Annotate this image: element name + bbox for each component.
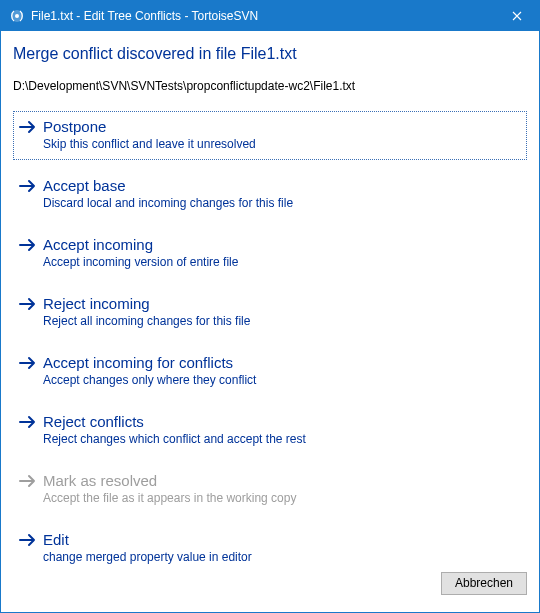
- file-path: D:\Development\SVN\SVNTests\propconflict…: [13, 79, 527, 93]
- option-texts: Accept baseDiscard local and incoming ch…: [43, 177, 521, 211]
- option-title: Postpone: [43, 118, 521, 136]
- option-row[interactable]: Accept baseDiscard local and incoming ch…: [13, 170, 527, 219]
- option-row[interactable]: Reject conflictsReject changes which con…: [13, 406, 527, 455]
- option-row[interactable]: Reject incomingReject all incoming chang…: [13, 288, 527, 337]
- option-desc: Accept incoming version of entire file: [43, 255, 521, 270]
- option-row[interactable]: Editchange merged property value in edit…: [13, 524, 527, 564]
- content-area: Merge conflict discovered in file File1.…: [1, 31, 539, 564]
- arrow-right-icon: [19, 120, 39, 134]
- option-row[interactable]: PostponeSkip this conflict and leave it …: [13, 111, 527, 160]
- arrow-right-icon: [19, 533, 39, 547]
- arrow-right-icon: [19, 415, 39, 429]
- option-row: Mark as resolvedAccept the file as it ap…: [13, 465, 527, 514]
- option-title: Accept incoming: [43, 236, 521, 254]
- option-title: Edit: [43, 531, 521, 549]
- arrow-right-icon: [19, 356, 39, 370]
- cancel-button[interactable]: Abbrechen: [441, 572, 527, 595]
- option-desc: Accept changes only where they conflict: [43, 373, 521, 388]
- option-desc: Accept the file as it appears in the wor…: [43, 491, 521, 506]
- app-icon: [9, 8, 25, 24]
- option-texts: Editchange merged property value in edit…: [43, 531, 521, 564]
- option-title: Accept incoming for conflicts: [43, 354, 521, 372]
- option-title: Mark as resolved: [43, 472, 521, 490]
- option-row[interactable]: Accept incomingAccept incoming version o…: [13, 229, 527, 278]
- option-title: Accept base: [43, 177, 521, 195]
- option-row[interactable]: Accept incoming for conflictsAccept chan…: [13, 347, 527, 396]
- option-desc: Reject all incoming changes for this fil…: [43, 314, 521, 329]
- option-texts: Reject incomingReject all incoming chang…: [43, 295, 521, 329]
- close-button[interactable]: [494, 1, 539, 31]
- options-list: PostponeSkip this conflict and leave it …: [13, 111, 527, 564]
- svg-point-1: [15, 14, 19, 18]
- option-desc: Reject changes which conflict and accept…: [43, 432, 521, 447]
- option-texts: Accept incoming for conflictsAccept chan…: [43, 354, 521, 388]
- window-title: File1.txt - Edit Tree Conflicts - Tortoi…: [31, 9, 494, 23]
- dialog-window: File1.txt - Edit Tree Conflicts - Tortoi…: [0, 0, 540, 613]
- option-texts: PostponeSkip this conflict and leave it …: [43, 118, 521, 152]
- arrow-right-icon: [19, 297, 39, 311]
- option-title: Reject incoming: [43, 295, 521, 313]
- option-texts: Accept incomingAccept incoming version o…: [43, 236, 521, 270]
- option-desc: change merged property value in editor: [43, 550, 521, 564]
- footer: Abbrechen: [1, 564, 539, 612]
- titlebar[interactable]: File1.txt - Edit Tree Conflicts - Tortoi…: [1, 1, 539, 31]
- arrow-right-icon: [19, 179, 39, 193]
- arrow-right-icon: [19, 238, 39, 252]
- option-title: Reject conflicts: [43, 413, 521, 431]
- option-texts: Mark as resolvedAccept the file as it ap…: [43, 472, 521, 506]
- page-title: Merge conflict discovered in file File1.…: [13, 45, 527, 63]
- option-desc: Discard local and incoming changes for t…: [43, 196, 521, 211]
- option-desc: Skip this conflict and leave it unresolv…: [43, 137, 521, 152]
- close-icon: [512, 11, 522, 21]
- arrow-right-icon: [19, 474, 39, 488]
- option-texts: Reject conflictsReject changes which con…: [43, 413, 521, 447]
